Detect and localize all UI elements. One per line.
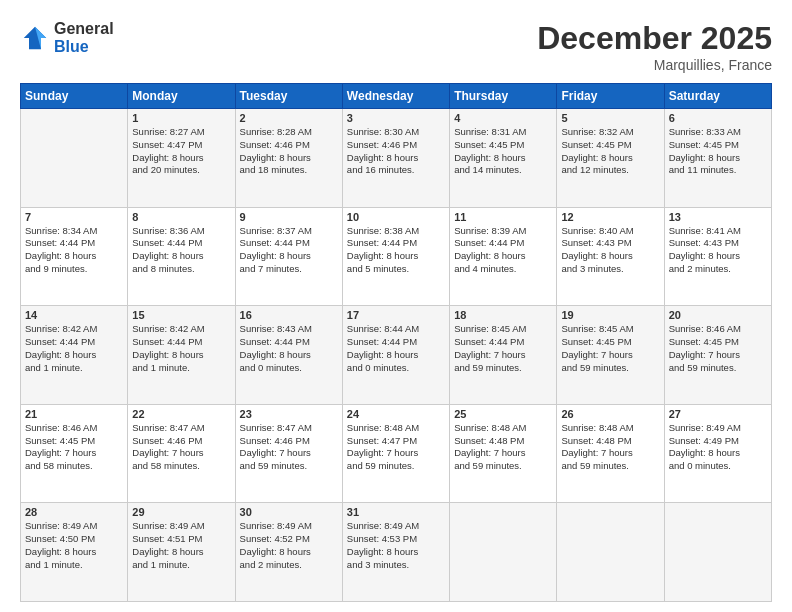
calendar-cell: 6Sunrise: 8:33 AM Sunset: 4:45 PM Daylig… xyxy=(664,109,771,208)
day-info: Sunrise: 8:49 AM Sunset: 4:51 PM Dayligh… xyxy=(132,520,230,571)
month-title: December 2025 xyxy=(537,20,772,57)
calendar-cell: 9Sunrise: 8:37 AM Sunset: 4:44 PM Daylig… xyxy=(235,207,342,306)
calendar-cell: 3Sunrise: 8:30 AM Sunset: 4:46 PM Daylig… xyxy=(342,109,449,208)
calendar-cell: 10Sunrise: 8:38 AM Sunset: 4:44 PM Dayli… xyxy=(342,207,449,306)
day-info: Sunrise: 8:41 AM Sunset: 4:43 PM Dayligh… xyxy=(669,225,767,276)
day-info: Sunrise: 8:44 AM Sunset: 4:44 PM Dayligh… xyxy=(347,323,445,374)
day-number: 5 xyxy=(561,112,659,124)
day-number: 19 xyxy=(561,309,659,321)
day-number: 18 xyxy=(454,309,552,321)
calendar-cell: 16Sunrise: 8:43 AM Sunset: 4:44 PM Dayli… xyxy=(235,306,342,405)
day-number: 4 xyxy=(454,112,552,124)
weekday-row: SundayMondayTuesdayWednesdayThursdayFrid… xyxy=(21,84,772,109)
day-number: 10 xyxy=(347,211,445,223)
calendar-cell: 24Sunrise: 8:48 AM Sunset: 4:47 PM Dayli… xyxy=(342,404,449,503)
logo: General Blue xyxy=(20,20,114,55)
day-info: Sunrise: 8:31 AM Sunset: 4:45 PM Dayligh… xyxy=(454,126,552,177)
weekday-header-wednesday: Wednesday xyxy=(342,84,449,109)
logo-blue-text: Blue xyxy=(54,38,114,56)
weekday-header-monday: Monday xyxy=(128,84,235,109)
calendar-cell xyxy=(664,503,771,602)
calendar-cell: 14Sunrise: 8:42 AM Sunset: 4:44 PM Dayli… xyxy=(21,306,128,405)
calendar-week-3: 21Sunrise: 8:46 AM Sunset: 4:45 PM Dayli… xyxy=(21,404,772,503)
day-info: Sunrise: 8:40 AM Sunset: 4:43 PM Dayligh… xyxy=(561,225,659,276)
logo-general-text: General xyxy=(54,20,114,38)
calendar-cell: 22Sunrise: 8:47 AM Sunset: 4:46 PM Dayli… xyxy=(128,404,235,503)
calendar-cell: 4Sunrise: 8:31 AM Sunset: 4:45 PM Daylig… xyxy=(450,109,557,208)
day-info: Sunrise: 8:45 AM Sunset: 4:44 PM Dayligh… xyxy=(454,323,552,374)
day-info: Sunrise: 8:32 AM Sunset: 4:45 PM Dayligh… xyxy=(561,126,659,177)
header: General Blue December 2025 Marquillies, … xyxy=(20,20,772,73)
day-number: 12 xyxy=(561,211,659,223)
weekday-header-sunday: Sunday xyxy=(21,84,128,109)
calendar-cell: 20Sunrise: 8:46 AM Sunset: 4:45 PM Dayli… xyxy=(664,306,771,405)
day-number: 24 xyxy=(347,408,445,420)
calendar-cell xyxy=(21,109,128,208)
calendar-cell: 31Sunrise: 8:49 AM Sunset: 4:53 PM Dayli… xyxy=(342,503,449,602)
day-number: 9 xyxy=(240,211,338,223)
day-number: 13 xyxy=(669,211,767,223)
calendar-cell: 21Sunrise: 8:46 AM Sunset: 4:45 PM Dayli… xyxy=(21,404,128,503)
day-number: 15 xyxy=(132,309,230,321)
day-info: Sunrise: 8:49 AM Sunset: 4:52 PM Dayligh… xyxy=(240,520,338,571)
day-number: 2 xyxy=(240,112,338,124)
day-number: 8 xyxy=(132,211,230,223)
logo-icon xyxy=(20,23,50,53)
day-info: Sunrise: 8:45 AM Sunset: 4:45 PM Dayligh… xyxy=(561,323,659,374)
day-info: Sunrise: 8:38 AM Sunset: 4:44 PM Dayligh… xyxy=(347,225,445,276)
day-number: 22 xyxy=(132,408,230,420)
day-info: Sunrise: 8:33 AM Sunset: 4:45 PM Dayligh… xyxy=(669,126,767,177)
day-info: Sunrise: 8:46 AM Sunset: 4:45 PM Dayligh… xyxy=(669,323,767,374)
day-number: 31 xyxy=(347,506,445,518)
calendar-body: 1Sunrise: 8:27 AM Sunset: 4:47 PM Daylig… xyxy=(21,109,772,602)
day-number: 3 xyxy=(347,112,445,124)
day-info: Sunrise: 8:47 AM Sunset: 4:46 PM Dayligh… xyxy=(132,422,230,473)
calendar-cell: 23Sunrise: 8:47 AM Sunset: 4:46 PM Dayli… xyxy=(235,404,342,503)
weekday-header-thursday: Thursday xyxy=(450,84,557,109)
day-info: Sunrise: 8:42 AM Sunset: 4:44 PM Dayligh… xyxy=(25,323,123,374)
calendar-cell: 8Sunrise: 8:36 AM Sunset: 4:44 PM Daylig… xyxy=(128,207,235,306)
day-number: 30 xyxy=(240,506,338,518)
day-info: Sunrise: 8:49 AM Sunset: 4:49 PM Dayligh… xyxy=(669,422,767,473)
day-number: 20 xyxy=(669,309,767,321)
day-info: Sunrise: 8:48 AM Sunset: 4:48 PM Dayligh… xyxy=(454,422,552,473)
day-number: 26 xyxy=(561,408,659,420)
day-number: 6 xyxy=(669,112,767,124)
day-info: Sunrise: 8:48 AM Sunset: 4:47 PM Dayligh… xyxy=(347,422,445,473)
calendar-cell: 28Sunrise: 8:49 AM Sunset: 4:50 PM Dayli… xyxy=(21,503,128,602)
day-info: Sunrise: 8:36 AM Sunset: 4:44 PM Dayligh… xyxy=(132,225,230,276)
calendar-cell xyxy=(450,503,557,602)
day-info: Sunrise: 8:48 AM Sunset: 4:48 PM Dayligh… xyxy=(561,422,659,473)
day-number: 21 xyxy=(25,408,123,420)
day-number: 7 xyxy=(25,211,123,223)
day-info: Sunrise: 8:27 AM Sunset: 4:47 PM Dayligh… xyxy=(132,126,230,177)
calendar-cell: 29Sunrise: 8:49 AM Sunset: 4:51 PM Dayli… xyxy=(128,503,235,602)
day-number: 25 xyxy=(454,408,552,420)
title-block: December 2025 Marquillies, France xyxy=(537,20,772,73)
day-info: Sunrise: 8:46 AM Sunset: 4:45 PM Dayligh… xyxy=(25,422,123,473)
day-number: 14 xyxy=(25,309,123,321)
calendar-cell xyxy=(557,503,664,602)
weekday-header-saturday: Saturday xyxy=(664,84,771,109)
day-number: 23 xyxy=(240,408,338,420)
day-info: Sunrise: 8:49 AM Sunset: 4:53 PM Dayligh… xyxy=(347,520,445,571)
day-number: 27 xyxy=(669,408,767,420)
calendar-cell: 19Sunrise: 8:45 AM Sunset: 4:45 PM Dayli… xyxy=(557,306,664,405)
calendar-cell: 30Sunrise: 8:49 AM Sunset: 4:52 PM Dayli… xyxy=(235,503,342,602)
day-number: 17 xyxy=(347,309,445,321)
day-info: Sunrise: 8:49 AM Sunset: 4:50 PM Dayligh… xyxy=(25,520,123,571)
calendar-cell: 17Sunrise: 8:44 AM Sunset: 4:44 PM Dayli… xyxy=(342,306,449,405)
day-info: Sunrise: 8:28 AM Sunset: 4:46 PM Dayligh… xyxy=(240,126,338,177)
calendar-cell: 12Sunrise: 8:40 AM Sunset: 4:43 PM Dayli… xyxy=(557,207,664,306)
calendar-week-1: 7Sunrise: 8:34 AM Sunset: 4:44 PM Daylig… xyxy=(21,207,772,306)
day-number: 28 xyxy=(25,506,123,518)
page: General Blue December 2025 Marquillies, … xyxy=(0,0,792,612)
weekday-header-tuesday: Tuesday xyxy=(235,84,342,109)
calendar-header: SundayMondayTuesdayWednesdayThursdayFrid… xyxy=(21,84,772,109)
location: Marquillies, France xyxy=(537,57,772,73)
calendar-cell: 18Sunrise: 8:45 AM Sunset: 4:44 PM Dayli… xyxy=(450,306,557,405)
calendar-cell: 11Sunrise: 8:39 AM Sunset: 4:44 PM Dayli… xyxy=(450,207,557,306)
day-info: Sunrise: 8:47 AM Sunset: 4:46 PM Dayligh… xyxy=(240,422,338,473)
calendar-cell: 13Sunrise: 8:41 AM Sunset: 4:43 PM Dayli… xyxy=(664,207,771,306)
weekday-header-friday: Friday xyxy=(557,84,664,109)
